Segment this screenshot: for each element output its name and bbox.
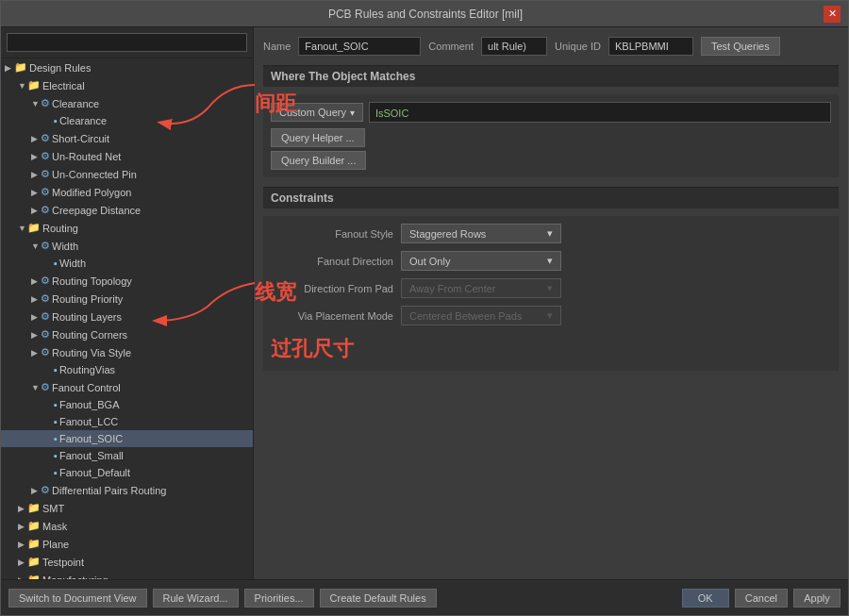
switch-doc-view-button[interactable]: Switch to Document View (8, 589, 147, 608)
tree-item-electrical[interactable]: ▼ 📁 Electrical (1, 76, 253, 94)
direction-from-pad-value: Away From Center (409, 283, 496, 294)
uniqueid-label: Unique ID (555, 41, 601, 52)
comment-label: Comment (428, 41, 474, 52)
tree-label-clearance-group: Clearance (52, 98, 99, 109)
tree-item-fanout-control[interactable]: ▼ ⚙ Fanout Control (1, 378, 253, 396)
tree-label-mask: Mask (42, 521, 67, 532)
fanout-style-arrow: ▾ (547, 227, 553, 240)
direction-from-pad-arrow: ▾ (547, 282, 553, 294)
tree-item-plane[interactable]: ▶ 📁 Plane (1, 535, 253, 553)
tree-item-testpoint[interactable]: ▶ 📁 Testpoint (1, 553, 253, 571)
right-panel: Name Comment Unique ID Test Queries Wher… (254, 27, 848, 579)
direction-from-pad-dropdown: Away From Center ▾ (401, 278, 561, 298)
tree-item-fanout-small[interactable]: ▪ Fanout_Small (1, 447, 253, 464)
direction-from-pad-label: Direction From Pad (271, 283, 393, 294)
search-input[interactable] (7, 33, 247, 52)
tree-item-fanout-default[interactable]: ▪ Fanout_Default (1, 464, 253, 481)
title-bar: PCB Rules and Constraints Editor [mil] ✕ (1, 1, 848, 27)
custom-query-button[interactable]: Custom Query ▾ (271, 103, 363, 122)
tree-item-fanout-lcc[interactable]: ▪ Fanout_LCC (1, 413, 253, 430)
tree-label-routing-vias: RoutingVias (59, 364, 115, 375)
fanout-style-value: Staggered Rows (409, 228, 486, 240)
search-bar (1, 27, 253, 58)
tree-item-creepage-distance[interactable]: ▶ ⚙ Creepage Distance (1, 201, 253, 219)
tree-label-clearance-item: Clearance (59, 115, 107, 126)
via-placement-row: Via Placement Mode Centered Between Pads… (271, 306, 831, 325)
tree-item-un-connected-pin[interactable]: ▶ ⚙ Un-Connected Pin (1, 165, 253, 183)
tree-label-width: Width (52, 241, 78, 252)
tree-label-routing-layers: Routing Layers (52, 311, 122, 323)
main-content: ▶ 📁 Design Rules ▼ 📁 Electrical ▼ ⚙ Clea… (1, 27, 848, 579)
cancel-button[interactable]: Cancel (735, 589, 788, 608)
tree-item-diff-pairs[interactable]: ▶ ⚙ Differential Pairs Routing (1, 481, 253, 499)
bottom-bar: Switch to Document View Rule Wizard... P… (1, 579, 848, 615)
via-placement-dropdown: Centered Between Pads ▾ (401, 306, 561, 325)
tree-label-testpoint: Testpoint (42, 557, 84, 568)
tree-label-fanout-small: Fanout_Small (59, 450, 124, 461)
tree-label-electrical: Electrical (42, 80, 85, 92)
fanout-direction-arrow: ▾ (547, 255, 553, 267)
tree-label-design-rules: Design Rules (29, 62, 91, 74)
close-button[interactable]: ✕ (824, 6, 841, 23)
custom-query-arrow: ▾ (350, 108, 355, 118)
fanout-direction-row: Fanout Direction Out Only ▾ (271, 251, 831, 271)
name-label: Name (263, 41, 291, 52)
tree-item-manufacturing[interactable]: ▶ 📁 Manufacturing (1, 571, 253, 579)
query-row: Custom Query ▾ IsSOIC (271, 102, 831, 123)
priorities-button[interactable]: Priorities... (244, 589, 314, 608)
tree-item-fanout-bga[interactable]: ▪ Fanout_BGA (1, 396, 253, 413)
tree-item-clearance-item[interactable]: ▪ Clearance (1, 112, 253, 129)
tree-item-routing-topology[interactable]: ▶ ⚙ Routing Topology (1, 272, 253, 290)
tree-panel: ▶ 📁 Design Rules ▼ 📁 Electrical ▼ ⚙ Clea… (1, 58, 253, 579)
tree-label-routing-corners: Routing Corners (52, 329, 127, 341)
tree-item-clearance-group[interactable]: ▼ ⚙ Clearance (1, 94, 253, 112)
tree-label-un-connected-pin: Un-Connected Pin (52, 169, 137, 180)
tree-label-diff-pairs: Differential Pairs Routing (52, 485, 166, 496)
tree-label-creepage-distance: Creepage Distance (52, 205, 141, 216)
fanout-direction-dropdown[interactable]: Out Only ▾ (401, 251, 561, 271)
tree-item-routing-priority[interactable]: ▶ ⚙ Routing Priority (1, 290, 253, 308)
query-builder-row: Query Builder ... (271, 151, 831, 170)
tree-item-routing-layers[interactable]: ▶ ⚙ Routing Layers (1, 308, 253, 325)
fanout-direction-value: Out Only (409, 256, 450, 267)
tree-item-routing[interactable]: ▼ 📁 Routing (1, 219, 253, 237)
tree-item-fanout-soic[interactable]: ▪ Fanout_SOIC (1, 430, 253, 447)
tree-item-mask[interactable]: ▶ 📁 Mask (1, 517, 253, 535)
rule-wizard-button[interactable]: Rule Wizard... (153, 589, 239, 608)
fanout-style-dropdown[interactable]: Staggered Rows ▾ (401, 224, 561, 243)
tree-item-short-circuit[interactable]: ▶ ⚙ Short-Circuit (1, 129, 253, 147)
tree-item-routing-vias[interactable]: ▪ RoutingVias (1, 361, 253, 378)
annotation-guo-kong: 过孔尺寸 (271, 337, 354, 360)
tree-label-plane: Plane (42, 539, 69, 550)
query-builder-button[interactable]: Query Builder ... (271, 151, 366, 170)
tree-item-un-routed-net[interactable]: ▶ ⚙ Un-Routed Net (1, 147, 253, 165)
comment-input[interactable] (481, 37, 547, 56)
uniqueid-input[interactable] (608, 37, 693, 56)
tree-item-design-rules[interactable]: ▶ 📁 Design Rules (1, 58, 253, 76)
tree-label-routing-topology: Routing Topology (52, 275, 132, 287)
tree-item-modified-polygon[interactable]: ▶ ⚙ Modified Polygon (1, 183, 253, 201)
tree-item-smt[interactable]: ▶ 📁 SMT (1, 499, 253, 517)
tree-label-modified-polygon: Modified Polygon (52, 187, 131, 198)
panel-content-area: ▶ 📁 Design Rules ▼ 📁 Electrical ▼ ⚙ Clea… (1, 58, 253, 579)
fanout-direction-label: Fanout Direction (271, 256, 393, 267)
create-default-button[interactable]: Create Default Rules (320, 589, 437, 608)
tree-label-routing-via-style: Routing Via Style (52, 347, 131, 358)
test-queries-button[interactable]: Test Queries (701, 37, 780, 56)
tree-label-routing-priority: Routing Priority (52, 293, 123, 305)
ok-button[interactable]: OK (682, 589, 729, 608)
tree-label-fanout-control: Fanout Control (52, 382, 121, 393)
tree-item-width-item[interactable]: ▪ Width (1, 255, 253, 272)
tree-item-routing-corners[interactable]: ▶ ⚙ Routing Corners (1, 325, 253, 343)
left-panel: ▶ 📁 Design Rules ▼ 📁 Electrical ▼ ⚙ Clea… (1, 27, 254, 579)
apply-button[interactable]: Apply (793, 589, 841, 608)
tree-item-routing-via-style[interactable]: ▶ ⚙ Routing Via Style (1, 343, 253, 361)
direction-from-pad-row: Direction From Pad Away From Center ▾ (271, 278, 831, 298)
main-window: PCB Rules and Constraints Editor [mil] ✕… (0, 0, 849, 616)
name-input[interactable] (298, 37, 421, 56)
name-row: Name Comment Unique ID Test Queries (263, 37, 839, 56)
tree-item-width[interactable]: ▼ ⚙ Width (1, 237, 253, 255)
query-helper-button[interactable]: Query Helper ... (271, 128, 365, 147)
tree-label-routing: Routing (42, 223, 78, 234)
query-text: IsSOIC (369, 102, 831, 123)
